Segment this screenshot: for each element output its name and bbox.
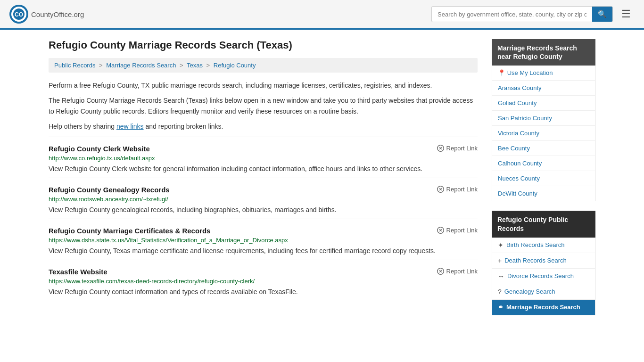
result-url[interactable]: https://www.texasfile.com/texas-deed-rec… [49,278,478,285]
results-container: Refugio County Clerk Website Report Link… [49,137,478,301]
sidebar-item-public-record[interactable]: ?Genealogy Search [492,284,595,300]
sidebar-item-nearby-county[interactable]: Victoria County [492,126,595,141]
breadcrumb-refugio-county[interactable]: Refugio County [214,62,256,69]
result-description: View Refugio County Clerk website for ge… [49,164,478,174]
public-records-list: ✦Birth Records Search+Death Records Sear… [492,238,595,315]
result-url[interactable]: http://www.rootsweb.ancestry.com/~txrefu… [49,196,478,203]
sidebar-item-nearby-county[interactable]: Calhoun County [492,156,595,171]
description-2: The Refugio County Marriage Records Sear… [49,95,478,116]
description-3: Help others by sharing new links and rep… [49,121,478,132]
result-item: Refugio County Clerk Website Report Link… [49,137,478,178]
sidebar-item-nearby-county[interactable]: Aransas County [492,81,595,96]
search-button[interactable]: 🔍 [592,7,612,22]
result-description: View Refugio County genealogical records… [49,205,478,215]
sidebar-nearby-links: 📍 Use My Location Aransas CountyGoliad C… [492,66,595,201]
public-record-icon: + [498,257,502,264]
report-link[interactable]: Report Link [437,227,478,234]
breadcrumb: Public Records > Marriage Records Search… [49,58,478,73]
sidebar-item-nearby-county[interactable]: DeWitt County [492,186,595,201]
public-record-label: Divorce Records Search [507,272,574,280]
breadcrumb-public-records[interactable]: Public Records [54,62,95,69]
svg-text:CO: CO [15,11,23,18]
public-record-icon: ⚭ [498,304,504,311]
result-url[interactable]: https://www.dshs.state.tx.us/Vital_Stati… [49,237,478,244]
search-input[interactable] [432,8,592,21]
sidebar-public-records-section: Refugio County Public Records ✦Birth Rec… [492,211,595,315]
report-icon [437,227,444,234]
result-description: View Refugio County, Texas marriage cert… [49,246,478,256]
public-record-icon: ✦ [498,241,504,249]
page-title: Refugio County Marriage Records Search (… [49,39,478,51]
sidebar-public-links: ✦Birth Records Search+Death Records Sear… [492,238,595,315]
public-record-label: Marriage Records Search [506,304,580,311]
public-record-icon: ↔ [498,272,504,280]
nearby-counties-list: Aransas CountyGoliad CountySan Patricio … [492,81,595,201]
main-container: Refugio County Marriage Records Search (… [39,30,605,334]
location-icon: 📍 [498,69,505,76]
logo[interactable]: CO CountyOffice.org [9,5,84,24]
public-record-icon: ? [498,288,502,296]
sidebar-item-nearby-county[interactable]: Bee County [492,141,595,156]
report-icon [437,186,444,193]
report-icon [437,145,444,152]
main-content: Refugio County Marriage Records Search (… [49,39,478,325]
result-description: View Refugio County contact information … [49,287,478,297]
report-link[interactable]: Report Link [437,145,478,152]
result-title[interactable]: Refugio County Genealogy Records [49,186,170,194]
sidebar-nearby-heading: Marriage Records Search near Refugio Cou… [492,39,595,66]
public-record-label: Genealogy Search [504,288,555,295]
public-record-label: Birth Records Search [506,241,565,248]
result-header: Refugio County Clerk Website Report Link [49,145,478,153]
result-item: Refugio County Genealogy Records Report … [49,178,478,219]
site-header: CO CountyOffice.org 🔍 ☰ [0,0,644,30]
sidebar-item-public-record[interactable]: ↔Divorce Records Search [492,269,595,284]
sidebar-item-nearby-county[interactable]: Nueces County [492,171,595,186]
result-title[interactable]: Refugio County Clerk Website [49,145,150,153]
sidebar-item-public-record[interactable]: ✦Birth Records Search [492,238,595,253]
sidebar-public-records-heading: Refugio County Public Records [492,211,595,237]
search-bar: 🔍 [431,6,613,22]
new-links-link[interactable]: new links [116,123,144,130]
logo-icon: CO [9,5,28,24]
report-link[interactable]: Report Link [437,268,478,275]
sidebar: Marriage Records Search near Refugio Cou… [492,39,595,325]
breadcrumb-marriage-records-search[interactable]: Marriage Records Search [106,62,176,69]
sidebar-item-public-record[interactable]: +Death Records Search [492,253,595,269]
result-item: Refugio County Marriage Certificates & R… [49,219,478,260]
result-item: Texasfile Website Report Link https://ww… [49,260,478,301]
result-header: Refugio County Marriage Certificates & R… [49,227,478,235]
sidebar-item-nearby-county[interactable]: San Patricio County [492,111,595,126]
result-header: Texasfile Website Report Link [49,268,478,276]
report-icon [437,268,444,275]
hamburger-menu-icon[interactable]: ☰ [618,6,635,22]
sidebar-use-my-location[interactable]: 📍 Use My Location [492,66,595,81]
logo-text: CountyOffice.org [31,9,84,19]
public-record-label: Death Records Search [504,257,567,264]
sidebar-item-nearby-county[interactable]: Goliad County [492,96,595,111]
result-title[interactable]: Texasfile Website [49,268,107,276]
result-header: Refugio County Genealogy Records Report … [49,186,478,194]
sidebar-item-public-record[interactable]: ⚭Marriage Records Search [492,300,595,315]
description-1: Perform a free Refugio County, TX public… [49,80,478,90]
result-url[interactable]: http://www.co.refugio.tx.us/default.aspx [49,155,478,162]
breadcrumb-texas[interactable]: Texas [187,62,203,69]
result-title[interactable]: Refugio County Marriage Certificates & R… [49,227,210,235]
header-right: 🔍 ☰ [431,6,635,22]
report-link[interactable]: Report Link [437,186,478,193]
sidebar-nearby-section: Marriage Records Search near Refugio Cou… [492,39,595,201]
